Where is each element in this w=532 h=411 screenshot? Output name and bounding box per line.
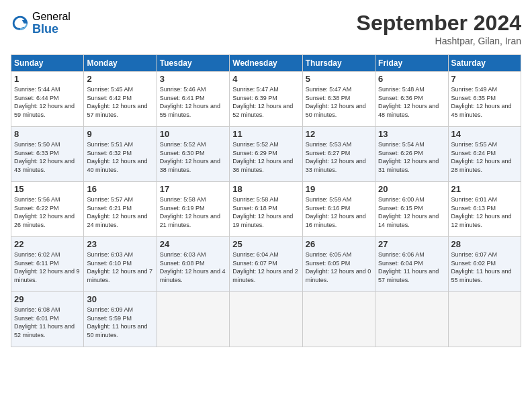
day-info: Sunrise: 5:45 AM Sunset: 6:42 PM Dayligh…: [87, 85, 153, 119]
day-info: Sunrise: 6:03 AM Sunset: 6:10 PM Dayligh…: [87, 250, 153, 284]
day-number: 17: [160, 184, 226, 194]
calendar-cell: 3 Sunrise: 5:46 AM Sunset: 6:41 PM Dayli…: [157, 72, 229, 127]
calendar-cell: 11 Sunrise: 5:52 AM Sunset: 6:29 PM Dayl…: [230, 127, 302, 182]
day-info: Sunrise: 5:52 AM Sunset: 6:30 PM Dayligh…: [160, 140, 226, 174]
day-number: 12: [306, 129, 372, 139]
calendar-week-3: 15 Sunrise: 5:56 AM Sunset: 6:22 PM Dayl…: [11, 182, 521, 237]
calendar-cell: [448, 292, 521, 347]
day-number: 3: [160, 74, 226, 84]
day-info: Sunrise: 5:46 AM Sunset: 6:41 PM Dayligh…: [160, 85, 226, 119]
day-number: 10: [160, 129, 226, 139]
day-number: 23: [87, 239, 153, 249]
calendar-week-1: 1 Sunrise: 5:44 AM Sunset: 6:44 PM Dayli…: [11, 72, 521, 127]
calendar-cell: 4 Sunrise: 5:47 AM Sunset: 6:39 PM Dayli…: [230, 72, 302, 127]
calendar-cell: 17 Sunrise: 5:58 AM Sunset: 6:19 PM Dayl…: [157, 182, 229, 237]
calendar-week-2: 8 Sunrise: 5:50 AM Sunset: 6:33 PM Dayli…: [11, 127, 521, 182]
calendar-cell: 13 Sunrise: 5:54 AM Sunset: 6:26 PM Dayl…: [375, 127, 448, 182]
th-thursday: Thursday: [302, 55, 375, 72]
calendar-table: Sunday Monday Tuesday Wednesday Thursday…: [11, 54, 521, 347]
day-number: 22: [14, 239, 81, 249]
calendar-cell: 21 Sunrise: 6:01 AM Sunset: 6:13 PM Dayl…: [448, 182, 521, 237]
logo: General Blue: [11, 11, 71, 36]
title-block: September 2024 Hashtpar, Gilan, Iran: [357, 11, 521, 46]
day-number: 4: [232, 74, 299, 84]
month-title: September 2024: [357, 11, 521, 36]
day-info: Sunrise: 5:54 AM Sunset: 6:26 PM Dayligh…: [378, 140, 445, 174]
day-number: 11: [232, 129, 299, 139]
day-info: Sunrise: 5:51 AM Sunset: 6:32 PM Dayligh…: [87, 140, 153, 174]
day-info: Sunrise: 6:01 AM Sunset: 6:13 PM Dayligh…: [451, 195, 518, 229]
calendar-cell: 30 Sunrise: 6:09 AM Sunset: 5:59 PM Dayl…: [84, 292, 157, 347]
day-number: 25: [232, 239, 299, 249]
day-info: Sunrise: 6:08 AM Sunset: 6:01 PM Dayligh…: [14, 306, 81, 339]
day-number: 29: [14, 294, 81, 304]
day-number: 18: [232, 184, 299, 194]
day-number: 14: [451, 129, 518, 139]
calendar-cell: [375, 292, 448, 347]
calendar-cell: 19 Sunrise: 5:59 AM Sunset: 6:16 PM Dayl…: [302, 182, 375, 237]
th-saturday: Saturday: [448, 55, 521, 72]
location: Hashtpar, Gilan, Iran: [357, 36, 521, 46]
calendar-body: 1 Sunrise: 5:44 AM Sunset: 6:44 PM Dayli…: [11, 72, 521, 347]
day-number: 24: [160, 239, 226, 249]
day-number: 16: [87, 184, 153, 194]
day-number: 5: [306, 74, 372, 84]
header: General Blue September 2024 Hashtpar, Gi…: [11, 11, 521, 46]
day-info: Sunrise: 5:50 AM Sunset: 6:33 PM Dayligh…: [14, 140, 81, 174]
calendar-cell: 7 Sunrise: 5:49 AM Sunset: 6:35 PM Dayli…: [448, 72, 521, 127]
calendar-cell: 2 Sunrise: 5:45 AM Sunset: 6:42 PM Dayli…: [84, 72, 157, 127]
day-info: Sunrise: 5:49 AM Sunset: 6:35 PM Dayligh…: [451, 85, 518, 119]
calendar-cell: [157, 292, 229, 347]
day-info: Sunrise: 5:47 AM Sunset: 6:38 PM Dayligh…: [306, 85, 372, 119]
th-monday: Monday: [84, 55, 157, 72]
calendar-cell: 26 Sunrise: 6:05 AM Sunset: 6:05 PM Dayl…: [302, 237, 375, 292]
day-info: Sunrise: 6:07 AM Sunset: 6:02 PM Dayligh…: [451, 250, 518, 284]
day-info: Sunrise: 5:58 AM Sunset: 6:18 PM Dayligh…: [232, 195, 299, 229]
logo-blue: Blue: [32, 23, 71, 36]
day-number: 26: [306, 239, 372, 249]
day-number: 19: [306, 184, 372, 194]
calendar-cell: 14 Sunrise: 5:55 AM Sunset: 6:24 PM Dayl…: [448, 127, 521, 182]
page: General Blue September 2024 Hashtpar, Gi…: [0, 0, 532, 411]
day-number: 8: [14, 129, 81, 139]
day-number: 30: [87, 294, 153, 304]
logo-text: General Blue: [32, 11, 71, 36]
th-friday: Friday: [375, 55, 448, 72]
day-info: Sunrise: 5:56 AM Sunset: 6:22 PM Dayligh…: [14, 195, 81, 229]
calendar-header: Sunday Monday Tuesday Wednesday Thursday…: [11, 55, 521, 72]
day-number: 13: [378, 129, 445, 139]
day-number: 28: [451, 239, 518, 249]
day-info: Sunrise: 5:57 AM Sunset: 6:21 PM Dayligh…: [87, 195, 153, 229]
day-info: Sunrise: 5:44 AM Sunset: 6:44 PM Dayligh…: [14, 85, 81, 119]
day-info: Sunrise: 6:00 AM Sunset: 6:15 PM Dayligh…: [378, 195, 445, 229]
calendar-cell: 9 Sunrise: 5:51 AM Sunset: 6:32 PM Dayli…: [84, 127, 157, 182]
calendar-week-5: 29 Sunrise: 6:08 AM Sunset: 6:01 PM Dayl…: [11, 292, 521, 347]
day-info: Sunrise: 6:03 AM Sunset: 6:08 PM Dayligh…: [160, 250, 226, 284]
calendar-cell: 1 Sunrise: 5:44 AM Sunset: 6:44 PM Dayli…: [11, 72, 84, 127]
day-number: 1: [14, 74, 81, 84]
th-tuesday: Tuesday: [157, 55, 229, 72]
day-info: Sunrise: 6:06 AM Sunset: 6:04 PM Dayligh…: [378, 250, 445, 284]
calendar-cell: 22 Sunrise: 6:02 AM Sunset: 6:11 PM Dayl…: [11, 237, 84, 292]
day-info: Sunrise: 5:52 AM Sunset: 6:29 PM Dayligh…: [232, 140, 299, 174]
day-info: Sunrise: 5:59 AM Sunset: 6:16 PM Dayligh…: [306, 195, 372, 229]
day-info: Sunrise: 5:53 AM Sunset: 6:27 PM Dayligh…: [306, 140, 372, 174]
calendar-cell: [302, 292, 375, 347]
calendar-cell: 18 Sunrise: 5:58 AM Sunset: 6:18 PM Dayl…: [230, 182, 302, 237]
calendar-cell: 25 Sunrise: 6:04 AM Sunset: 6:07 PM Dayl…: [230, 237, 302, 292]
day-number: 6: [378, 74, 445, 84]
calendar-cell: 12 Sunrise: 5:53 AM Sunset: 6:27 PM Dayl…: [302, 127, 375, 182]
logo-icon: [11, 14, 30, 33]
day-number: 7: [451, 74, 518, 84]
header-row: Sunday Monday Tuesday Wednesday Thursday…: [11, 55, 521, 72]
calendar-cell: 29 Sunrise: 6:08 AM Sunset: 6:01 PM Dayl…: [11, 292, 84, 347]
calendar-week-4: 22 Sunrise: 6:02 AM Sunset: 6:11 PM Dayl…: [11, 237, 521, 292]
calendar-cell: 27 Sunrise: 6:06 AM Sunset: 6:04 PM Dayl…: [375, 237, 448, 292]
day-info: Sunrise: 6:05 AM Sunset: 6:05 PM Dayligh…: [306, 250, 372, 284]
day-info: Sunrise: 5:47 AM Sunset: 6:39 PM Dayligh…: [232, 85, 299, 119]
calendar-cell: 23 Sunrise: 6:03 AM Sunset: 6:10 PM Dayl…: [84, 237, 157, 292]
calendar-cell: 10 Sunrise: 5:52 AM Sunset: 6:30 PM Dayl…: [157, 127, 229, 182]
day-info: Sunrise: 5:58 AM Sunset: 6:19 PM Dayligh…: [160, 195, 226, 229]
calendar-cell: [230, 292, 302, 347]
day-info: Sunrise: 6:04 AM Sunset: 6:07 PM Dayligh…: [232, 250, 299, 284]
